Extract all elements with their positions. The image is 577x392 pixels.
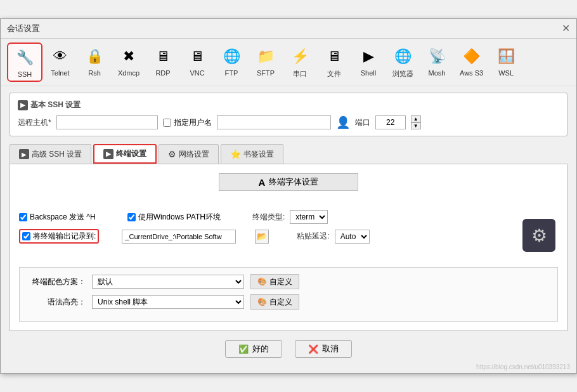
checkbox-row-2: 将终端输出记录到: 📂 粘贴延迟: Auto 0 10 50	[19, 229, 520, 244]
file-icon: 🖥	[323, 45, 346, 68]
toolbar: 🔧 SSH 👁 Telnet 🔒 Rsh ✖ Xdmcp 🖥 RDP 🖥 VNC…	[1, 39, 576, 86]
color-customize-button[interactable]: 🎨 自定义	[250, 274, 299, 289]
toolbar-item-xdmcp[interactable]: ✖ Xdmcp	[112, 42, 145, 82]
footer: ✅ 好的 ❌ 取消	[10, 331, 567, 364]
color-scheme-select[interactable]: 默认	[92, 275, 244, 289]
folder-browse-button[interactable]: 📂	[255, 230, 269, 244]
port-spinner: ▲ ▼	[411, 115, 421, 129]
wsl-icon: 🪟	[495, 45, 517, 68]
left-options: Backspace 发送 ^H 使用Windows PATH环境 终端类型: x…	[19, 210, 520, 249]
toolbar-item-awss3[interactable]: 🔶 Aws S3	[455, 42, 488, 82]
toolbar-label-shell: Shell	[361, 69, 376, 77]
syntax-customize-icon: 🎨	[257, 297, 267, 306]
basic-ssh-section: ▶ 基本 SSH 设置 远程主机* 指定用户名 👤 端口 ▲ ▼	[10, 93, 567, 136]
shell-icon: ▶	[357, 45, 380, 68]
backspace-label[interactable]: Backspace 发送 ^H	[19, 212, 96, 223]
specify-user-checkbox-label[interactable]: 指定用户名	[163, 117, 212, 128]
toolbar-item-ssh[interactable]: 🔧 SSH	[7, 42, 42, 82]
awss3-icon: 🔶	[460, 45, 483, 68]
toolbar-label-mosh: Mosh	[429, 69, 446, 77]
toolbar-label-awss3: Aws S3	[460, 69, 483, 77]
tab-terminal[interactable]: ▶ 终端设置	[93, 144, 157, 164]
toolbar-item-file[interactable]: 🖥 文件	[318, 42, 351, 82]
basic-ssh-title: ▶ 基本 SSH 设置	[18, 100, 559, 110]
font-btn-row: A 终端字体设置	[19, 173, 558, 201]
color-syntax-section: 终端配色方案： 默认 🎨 自定义 语法高亮： Unix shell 脚本	[19, 267, 558, 322]
toolbar-item-shell[interactable]: ▶ Shell	[352, 42, 385, 82]
term-type-row: 终端类型: xterm vt100 vt220 ansi	[252, 210, 328, 224]
browser-icon: 🌐	[391, 45, 414, 68]
cancel-icon: ❌	[308, 344, 318, 354]
user-icon[interactable]: 👤	[336, 115, 350, 129]
basic-ssh-row: 远程主机* 指定用户名 👤 端口 ▲ ▼	[18, 115, 559, 129]
title-bar: 会话设置 ✕	[1, 19, 576, 39]
host-input[interactable]	[56, 115, 158, 129]
syntax-select[interactable]: Unix shell 脚本	[92, 295, 244, 309]
ok-icon: ✅	[238, 344, 249, 354]
toolbar-item-browser[interactable]: 🌐 浏览器	[386, 42, 419, 82]
toolbar-label-ssh: SSH	[18, 70, 32, 78]
port-spin-up[interactable]: ▲	[411, 115, 421, 122]
tabs-container: ▶ 高级 SSH 设置 ▶ 终端设置 ⚙ 网络设置 ⭐ 书签设置	[10, 144, 567, 331]
syntax-customize-button[interactable]: 🎨 自定义	[250, 294, 299, 310]
network-tab-icon: ⚙	[168, 149, 176, 159]
color-scheme-row: 终端配色方案： 默认 🎨 自定义	[29, 274, 548, 289]
rdp-icon: 🖥	[152, 45, 174, 68]
log-output-checkbox[interactable]	[22, 232, 30, 240]
telnet-icon: 👁	[49, 45, 72, 68]
username-input[interactable]	[217, 115, 331, 129]
bookmark-tab-icon: ⭐	[230, 149, 241, 159]
toolbar-label-rsh: Rsh	[88, 69, 101, 77]
toolbar-item-telnet[interactable]: 👁 Telnet	[44, 42, 77, 82]
paste-delay-select[interactable]: Auto 0 10 50 100	[335, 230, 370, 244]
windows-path-label[interactable]: 使用Windows PATH环境	[127, 212, 221, 223]
port-spin-down[interactable]: ▼	[411, 122, 421, 129]
tabs-row: ▶ 高级 SSH 设置 ▶ 终端设置 ⚙ 网络设置 ⭐ 书签设置	[10, 144, 567, 164]
serial-icon: ⚡	[288, 45, 311, 68]
toolbar-item-ftp[interactable]: 🌐 FTP	[215, 42, 248, 82]
term-type-select[interactable]: xterm vt100 vt220 ansi	[290, 210, 328, 224]
toolbar-item-serial[interactable]: ⚡ 串口	[283, 42, 316, 82]
checkbox-row-1: Backspace 发送 ^H 使用Windows PATH环境 终端类型: x…	[19, 210, 520, 224]
toolbar-item-vnc[interactable]: 🖥 VNC	[181, 42, 214, 82]
log-path-input[interactable]	[122, 230, 236, 244]
toolbar-item-wsl[interactable]: 🪟 WSL	[489, 42, 522, 82]
toolbar-item-sftp[interactable]: 📁 SFTP	[249, 42, 282, 82]
gear-icon-big: ⚙	[522, 219, 555, 252]
mosh-icon: 📡	[425, 45, 448, 68]
vnc-icon: 🖥	[186, 45, 209, 68]
port-input[interactable]	[375, 115, 406, 129]
toolbar-label-ftp: FTP	[225, 69, 238, 77]
terminal-font-button[interactable]: A 终端字体设置	[219, 173, 358, 191]
content-area: ▶ 基本 SSH 设置 远程主机* 指定用户名 👤 端口 ▲ ▼	[1, 86, 576, 373]
backspace-checkbox[interactable]	[19, 213, 27, 221]
watermark: https://blog.csdn.net/u010393213	[476, 363, 570, 370]
terminal-tab-content: A 终端字体设置 Backspace 发送 ^H	[10, 164, 567, 331]
toolbar-item-rdp[interactable]: 🖥 RDP	[146, 42, 179, 82]
window-title: 会话设置	[7, 23, 40, 34]
toolbar-label-telnet: Telnet	[51, 69, 69, 77]
host-label: 远程主机*	[18, 117, 51, 128]
cancel-button[interactable]: ❌ 取消	[295, 340, 352, 358]
toolbar-item-rsh[interactable]: 🔒 Rsh	[78, 42, 111, 82]
tab-network[interactable]: ⚙ 网络设置	[159, 144, 219, 164]
ok-button[interactable]: ✅ 好的	[225, 340, 282, 358]
toolbar-label-browser: 浏览器	[392, 69, 413, 79]
main-window: 会话设置 ✕ 🔧 SSH 👁 Telnet 🔒 Rsh ✖ Xdmcp 🖥 RD…	[0, 18, 577, 374]
toolbar-item-mosh[interactable]: 📡 Mosh	[420, 42, 453, 82]
toolbar-label-rdp: RDP	[155, 69, 170, 77]
toolbar-label-wsl: WSL	[498, 69, 514, 77]
tab-advanced-ssh[interactable]: ▶ 高级 SSH 设置	[10, 144, 91, 164]
terminal-tab-icon: ▶	[103, 149, 113, 159]
windows-path-checkbox[interactable]	[127, 213, 136, 221]
font-icon: A	[259, 177, 266, 188]
toolbar-label-file: 文件	[327, 69, 341, 79]
log-output-label[interactable]: 将终端输出记录到:	[19, 229, 99, 244]
port-label: 端口	[355, 117, 370, 128]
color-customize-icon: 🎨	[257, 277, 267, 286]
xdmcp-icon: ✖	[117, 45, 140, 68]
sftp-icon: 📁	[254, 45, 277, 68]
tab-bookmark[interactable]: ⭐ 书签设置	[221, 144, 283, 164]
specify-user-checkbox[interactable]	[163, 119, 171, 127]
close-button[interactable]: ✕	[562, 23, 570, 34]
